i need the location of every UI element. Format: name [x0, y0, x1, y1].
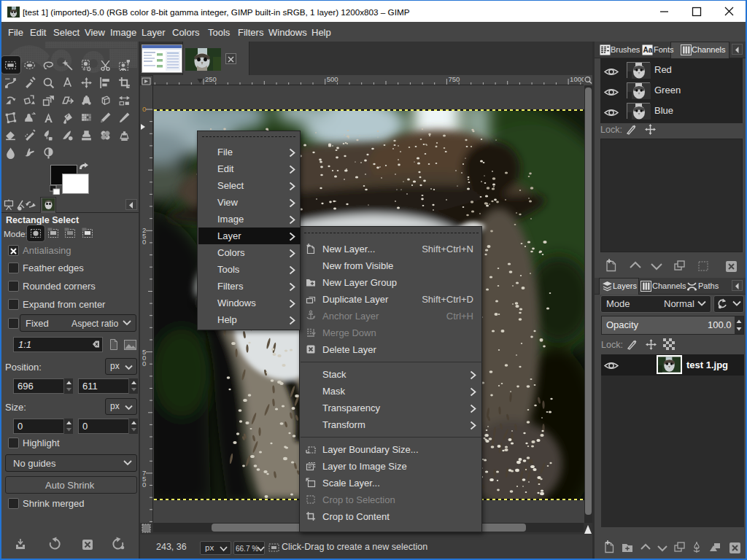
svg-text:500: 500 — [327, 75, 338, 83]
svg-text:750: 750 — [448, 75, 460, 83]
svg-text:0: 0 — [142, 238, 146, 246]
svg-text:0: 0 — [142, 105, 146, 113]
svg-text:0: 0 — [142, 359, 146, 368]
svg-text:0: 0 — [142, 481, 146, 489]
svg-text:250: 250 — [205, 75, 217, 83]
svg-text:1000: 1000 — [570, 75, 584, 83]
svg-text:Aa: Aa — [643, 46, 653, 54]
